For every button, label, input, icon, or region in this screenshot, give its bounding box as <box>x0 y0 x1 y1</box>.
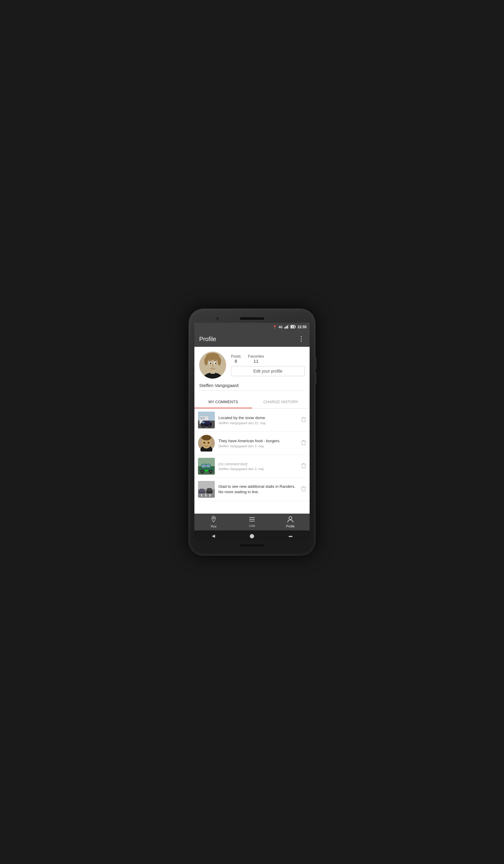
signal-icon <box>285 325 289 329</box>
delete-comment-icon[interactable] <box>301 486 306 493</box>
profile-top: Posts 8 Favorites 11 Edit your profile <box>199 352 305 379</box>
svg-rect-58 <box>200 489 204 492</box>
posts-stat: Posts 8 <box>231 354 241 363</box>
svg-rect-31 <box>203 417 205 419</box>
svg-rect-60 <box>207 488 212 491</box>
svg-point-40 <box>202 435 211 440</box>
svg-rect-62 <box>201 494 202 496</box>
comment-text: They have American food - burgers. <box>218 438 298 444</box>
phone-bottom <box>194 541 310 550</box>
comment-thumbnail[interactable] <box>198 481 215 498</box>
tab-charge-history[interactable]: CHARGE HISTORY <box>252 395 310 408</box>
app-bar: Profile ⋮ <box>194 331 310 347</box>
page-title: Profile <box>199 336 216 343</box>
svg-rect-56 <box>198 481 215 489</box>
svg-point-24 <box>216 363 216 363</box>
stats-row: Posts 8 Favorites 11 <box>231 354 305 363</box>
comment-thumbnail[interactable] <box>198 458 215 475</box>
favorites-value: 11 <box>253 359 259 363</box>
profile-icon <box>287 516 293 524</box>
svg-rect-61 <box>198 493 215 494</box>
svg-point-41 <box>203 442 205 444</box>
network-4g-icon: 4G <box>279 325 283 329</box>
svg-rect-36 <box>202 421 205 423</box>
recents-button[interactable]: ▬ <box>289 534 292 538</box>
svg-rect-30 <box>200 417 202 419</box>
more-options-button[interactable]: ⋮ <box>298 335 305 343</box>
svg-rect-2 <box>287 325 288 328</box>
bottom-speaker <box>240 544 264 547</box>
comment-text: Located by the snow dome <box>218 415 298 421</box>
comment-body: Located by the snow dome Steffen Vangsga… <box>218 415 298 425</box>
svg-point-23 <box>210 363 211 363</box>
comments-list: Located by the snow dome Steffen Vangsga… <box>194 409 310 514</box>
comment-item: Located by the snow dome Steffen Vangsga… <box>194 409 310 432</box>
comment-item: Glad to see new additional stalls in Ran… <box>194 478 310 501</box>
volume-down-button[interactable] <box>315 372 316 384</box>
nav-lists-label: Lists <box>249 524 255 527</box>
camera <box>216 317 219 320</box>
svg-rect-3 <box>288 325 289 328</box>
svg-point-52 <box>210 471 212 472</box>
comment-thumbnail[interactable] <box>198 411 215 429</box>
tabs-container: MY COMMENTS CHARGE HISTORY <box>194 395 310 409</box>
comment-meta: Steffen Vangsgaard den 22. maj <box>218 421 298 425</box>
delete-comment-icon[interactable] <box>301 416 306 424</box>
comment-meta: Steffen Vangsgaard den 3. maj <box>218 467 298 471</box>
posts-label: Posts <box>231 354 241 359</box>
stats-area: Posts 8 Favorites 11 Edit your profile <box>231 354 305 376</box>
svg-rect-18 <box>206 355 219 360</box>
tab-my-comments[interactable]: MY COMMENTS <box>194 395 252 408</box>
svg-point-65 <box>213 517 215 519</box>
favorites-stat: Favorites 11 <box>248 354 264 363</box>
phone-screen: 📍 4G 22.55 <box>194 323 310 541</box>
edit-profile-button[interactable]: Edit your profile <box>231 366 305 376</box>
comment-meta: Steffen Vangsgaard den 3. maj <box>218 444 298 448</box>
svg-rect-1 <box>286 326 287 328</box>
svg-rect-64 <box>209 494 211 496</box>
comment-body: (no comment text) Steffen Vangsgaard den… <box>218 462 298 471</box>
svg-rect-0 <box>285 327 285 328</box>
delete-comment-icon[interactable] <box>301 440 306 447</box>
location-icon: 📍 <box>273 325 277 329</box>
phone-device: 📍 4G 22.55 <box>189 309 315 555</box>
comment-body: They have American food - burgers. Steff… <box>218 438 298 448</box>
home-button[interactable]: ⬤ <box>250 533 254 538</box>
profile-username: Steffen Vangsgaard <box>199 382 305 391</box>
posts-value: 8 <box>235 359 237 363</box>
comment-item: They have American food - burgers. Steff… <box>194 432 310 455</box>
nav-item-map[interactable]: Map <box>194 514 233 530</box>
nav-item-lists[interactable]: Lists <box>233 515 271 529</box>
status-bar: 📍 4G 22.55 <box>194 323 310 331</box>
svg-point-42 <box>208 442 209 444</box>
comment-text: (no comment text) <box>218 462 298 467</box>
svg-rect-53 <box>205 470 208 471</box>
comment-body: Glad to see new additional stalls in Ran… <box>218 484 298 495</box>
avatar[interactable] <box>199 352 226 379</box>
svg-point-50 <box>201 471 203 472</box>
svg-rect-63 <box>205 494 206 496</box>
volume-up-button[interactable] <box>315 357 316 369</box>
comment-thumbnail[interactable] <box>198 435 215 452</box>
bottom-navigation: Map Lists <box>194 514 310 530</box>
nav-map-label: Map <box>211 525 216 528</box>
status-time: 22.55 <box>298 325 307 329</box>
svg-point-33 <box>202 425 205 428</box>
favorites-label: Favorites <box>248 354 264 359</box>
svg-point-25 <box>210 367 216 370</box>
svg-point-21 <box>210 363 211 364</box>
delete-comment-icon[interactable] <box>301 463 306 470</box>
map-icon <box>211 516 217 524</box>
svg-rect-5 <box>295 326 296 328</box>
svg-point-34 <box>208 425 211 428</box>
svg-point-22 <box>215 363 217 364</box>
speaker <box>240 317 264 320</box>
battery-icon <box>290 325 296 329</box>
content-area: Posts 8 Favorites 11 Edit your profile S… <box>194 347 310 514</box>
svg-rect-47 <box>202 464 206 467</box>
comment-text: Glad to see new additional stalls in Ran… <box>218 484 298 495</box>
svg-point-69 <box>289 517 292 520</box>
back-button[interactable]: ◀ <box>212 533 215 538</box>
nav-item-profile[interactable]: Profile <box>271 514 310 530</box>
nav-profile-label: Profile <box>286 525 295 528</box>
